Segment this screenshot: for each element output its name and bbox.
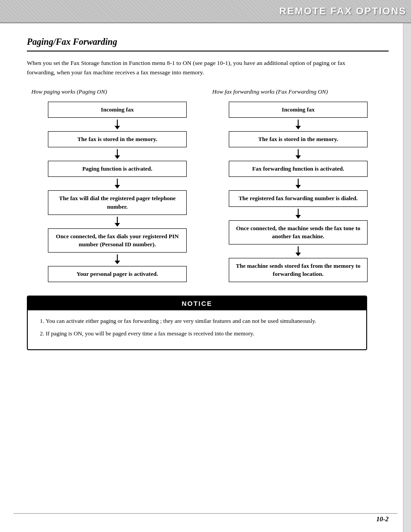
paging-arrow-0 — [115, 120, 120, 129]
paging-arrow-2 — [115, 179, 120, 189]
paging-step-3: The fax will dial the registered pager t… — [48, 190, 187, 215]
forwarding-step-1: The fax is stored in the memory. — [229, 131, 368, 147]
paging-step-1: The fax is stored in the memory. — [48, 131, 187, 147]
main-content: Paging/Fax Forwarding When you set the F… — [0, 23, 411, 368]
forwarding-step-3: The registered fax forwarding number is … — [229, 190, 368, 206]
footer-line — [13, 513, 398, 514]
forwarding-arrow-3 — [295, 209, 301, 219]
forwarding-arrow-4 — [295, 246, 301, 256]
page-title: REMOTE FAX OPTIONS — [279, 5, 407, 17]
section-title: Paging/Fax Forwarding — [27, 37, 389, 47]
page-number: 10-2 — [0, 515, 411, 523]
intro-text: When you set the Fax Storage function in… — [27, 59, 367, 77]
notice-body: You can activate either paging or fax fo… — [28, 310, 366, 349]
forwarding-flow-column: How fax forwarding works (Fax Forwarding… — [208, 88, 389, 283]
forwarding-step-2: Fax forwarding function is activated. — [229, 161, 368, 177]
section-divider — [27, 51, 389, 51]
paging-arrow-1 — [115, 149, 120, 159]
paging-arrow-4 — [115, 254, 120, 264]
notice-item-1: You can activate either paging or fax fo… — [46, 317, 357, 326]
page-sidebar — [403, 23, 411, 532]
forwarding-arrow-0 — [295, 120, 301, 129]
notice-header: NOTICE — [28, 296, 366, 310]
forwarding-flow-label: How fax forwarding works (Fax Forwarding… — [212, 88, 328, 95]
forwarding-step-0: Incoming fax — [229, 102, 368, 118]
paging-step-2: Paging function is activated. — [48, 161, 187, 177]
header-bar: REMOTE FAX OPTIONS — [0, 0, 411, 23]
paging-flow-label: How paging works (Paging ON) — [31, 88, 107, 95]
paging-step-0: Incoming fax — [48, 102, 187, 118]
notice-item-2: If paging is ON, you will be paged every… — [46, 329, 357, 338]
paging-step-5: Your personal pager is activated. — [48, 266, 187, 282]
paging-step-4: Once connected, the fax dials your regis… — [48, 228, 187, 253]
flowchart-area: How paging works (Paging ON) Incoming fa… — [27, 88, 389, 283]
forwarding-arrow-1 — [295, 149, 301, 159]
forwarding-step-4: Once connected, the machine sends the fa… — [229, 220, 368, 245]
notice-container: NOTICE You can activate either paging or… — [27, 296, 367, 350]
forwarding-step-5: The machine sends stored fax from the me… — [229, 258, 368, 282]
footer: 10-2 — [0, 513, 411, 523]
forwarding-arrow-2 — [295, 179, 301, 189]
paging-arrow-3 — [115, 217, 120, 227]
paging-flow-column: How paging works (Paging ON) Incoming fa… — [27, 88, 208, 283]
